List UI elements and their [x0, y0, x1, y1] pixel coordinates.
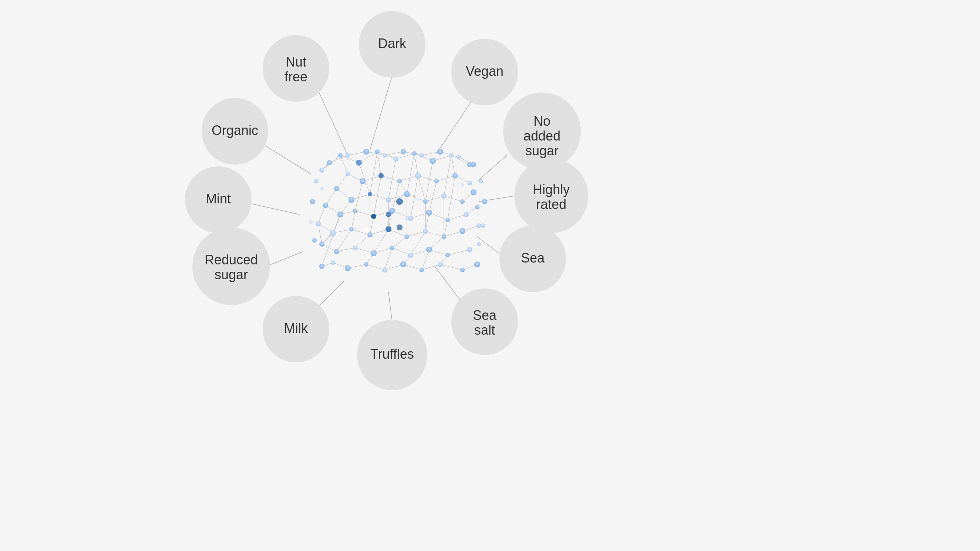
- svg-point-159: [404, 191, 410, 197]
- svg-point-130: [363, 149, 369, 154]
- svg-point-179: [385, 226, 391, 232]
- svg-point-152: [434, 179, 439, 183]
- svg-point-165: [337, 211, 343, 218]
- svg-point-154: [468, 181, 472, 185]
- highly-rated-label-line2: rated: [536, 197, 566, 212]
- svg-point-215: [320, 187, 324, 191]
- svg-point-194: [331, 260, 335, 265]
- sea-salt-label-line1: Sea: [473, 308, 497, 323]
- svg-point-147: [345, 171, 350, 176]
- svg-point-176: [330, 230, 336, 236]
- svg-point-217: [364, 227, 369, 232]
- svg-point-162: [460, 199, 465, 204]
- svg-point-209: [480, 223, 485, 228]
- svg-point-166: [353, 208, 357, 213]
- svg-point-193: [319, 264, 325, 269]
- highly-rated-label-line1: Highly: [533, 182, 570, 197]
- svg-point-167: [371, 214, 376, 219]
- mint-label: Mint: [206, 191, 231, 206]
- organic-label: Organic: [212, 123, 258, 138]
- svg-point-190: [426, 247, 432, 252]
- svg-point-206: [312, 238, 317, 243]
- svg-point-148: [360, 178, 366, 184]
- svg-point-146: [334, 186, 339, 191]
- svg-point-177: [349, 227, 354, 232]
- svg-point-164: [315, 221, 321, 226]
- svg-point-204: [310, 199, 315, 204]
- svg-point-149: [379, 173, 383, 178]
- svg-point-174: [475, 205, 479, 209]
- svg-point-160: [423, 199, 428, 204]
- dark-label: Dark: [378, 36, 407, 51]
- svg-point-195: [345, 265, 351, 271]
- svg-point-170: [408, 216, 413, 221]
- svg-point-191: [445, 253, 450, 257]
- svg-point-196: [364, 262, 369, 267]
- no-added-sugar-label-line1: No: [533, 114, 550, 129]
- svg-point-134: [437, 149, 443, 154]
- svg-point-185: [334, 249, 339, 254]
- no-added-sugar-label-line2: added: [523, 128, 560, 143]
- milk-label: Milk: [284, 321, 308, 336]
- svg-point-183: [460, 228, 465, 234]
- no-added-sugar-label-line3: sugar: [525, 143, 558, 158]
- svg-point-201: [460, 268, 465, 272]
- svg-point-163: [471, 189, 477, 195]
- svg-point-208: [482, 199, 487, 204]
- reduced-sugar-label-line2: sugar: [215, 267, 248, 282]
- svg-point-213: [386, 212, 391, 217]
- svg-point-145: [467, 162, 473, 167]
- truffles-label: Truffles: [370, 346, 414, 362]
- svg-point-192: [467, 247, 473, 252]
- svg-point-140: [375, 149, 380, 154]
- reduced-sugar-label-line1: Reduced: [205, 252, 258, 267]
- local-label: Sea: [521, 250, 545, 265]
- svg-point-203: [314, 179, 318, 183]
- svg-point-131: [383, 153, 387, 157]
- nut-free-label-line1: Nut: [286, 54, 306, 70]
- svg-point-200: [438, 262, 443, 267]
- svg-point-153: [452, 173, 458, 178]
- svg-point-151: [415, 173, 421, 179]
- svg-point-128: [327, 160, 332, 165]
- svg-point-210: [477, 242, 481, 246]
- svg-point-214: [416, 197, 420, 202]
- svg-point-143: [430, 158, 436, 164]
- svg-point-187: [371, 250, 377, 256]
- vegan-label: Vegan: [466, 64, 503, 79]
- svg-point-150: [397, 179, 402, 183]
- svg-point-144: [449, 153, 453, 157]
- svg-point-175: [319, 241, 325, 247]
- svg-point-182: [442, 235, 446, 239]
- svg-point-189: [408, 252, 413, 258]
- svg-point-138: [338, 153, 342, 157]
- sea-salt-label-line2: salt: [474, 322, 495, 338]
- svg-point-202: [474, 262, 480, 267]
- svg-point-211: [396, 198, 403, 205]
- svg-point-173: [463, 212, 469, 217]
- svg-point-158: [386, 197, 391, 202]
- nut-free-label-line2: free: [285, 69, 307, 84]
- svg-point-172: [445, 218, 450, 222]
- svg-point-133: [420, 153, 424, 157]
- svg-point-207: [479, 179, 483, 183]
- diagram-container: Dark Vegan No added sugar Highly rated S…: [0, 0, 980, 551]
- svg-point-212: [396, 224, 402, 230]
- svg-point-188: [390, 246, 395, 250]
- svg-point-135: [457, 155, 461, 159]
- svg-point-139: [356, 160, 362, 166]
- svg-point-197: [382, 267, 387, 273]
- svg-point-186: [353, 246, 357, 250]
- svg-point-137: [319, 168, 325, 173]
- svg-point-216: [461, 183, 464, 187]
- svg-point-178: [368, 232, 372, 237]
- svg-point-157: [368, 192, 372, 196]
- svg-point-132: [401, 149, 406, 154]
- svg-point-181: [423, 229, 428, 234]
- svg-point-205: [309, 220, 313, 224]
- svg-point-142: [412, 151, 417, 156]
- svg-point-155: [323, 203, 328, 208]
- svg-point-199: [420, 268, 424, 272]
- svg-point-141: [393, 156, 398, 162]
- svg-point-171: [426, 210, 432, 216]
